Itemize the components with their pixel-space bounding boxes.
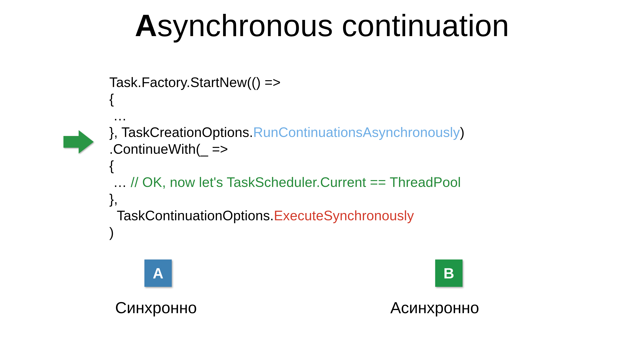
- arrow-right-icon: [64, 129, 95, 154]
- caption-synchronous: Синхронно: [115, 298, 197, 317]
- code-block: Task.Factory.StartNew(() => { … }, TaskC…: [109, 74, 464, 241]
- code-line-9a: TaskContinuationOptions.: [109, 208, 274, 223]
- code-line-4b: RunContinuationsAsynchronously: [253, 125, 460, 140]
- code-line-7b: // OK, now let's TaskScheduler.Current =…: [131, 174, 461, 190]
- badge-b-label: B: [444, 265, 454, 282]
- code-line-3: …: [109, 108, 127, 123]
- code-line-2: {: [109, 91, 114, 106]
- code-line-7a: …: [109, 174, 131, 190]
- slide-title: Asynchronous continuation: [0, 8, 644, 43]
- code-line-9b: ExecuteSynchronously: [274, 208, 414, 223]
- caption-asynchronous: Асинхронно: [390, 298, 479, 317]
- code-line-4c: ): [460, 125, 465, 140]
- badge-a-label: A: [153, 265, 164, 282]
- svg-marker-0: [64, 130, 94, 154]
- code-line-1: Task.Factory.StartNew(() =>: [109, 75, 281, 90]
- slide: Asynchronous continuation Task.Factory.S…: [0, 0, 644, 343]
- code-line-4a: }, TaskCreationOptions.: [109, 125, 253, 140]
- title-rest: synchronous continuation: [157, 8, 509, 42]
- badge-a: A: [144, 260, 172, 287]
- code-line-5: .ContinueWith(_ =>: [109, 142, 228, 157]
- badge-b: B: [435, 260, 462, 287]
- code-line-10: ): [109, 225, 114, 240]
- title-bold-char: A: [135, 8, 157, 42]
- code-line-6: {: [109, 158, 114, 173]
- code-line-8: },: [109, 192, 118, 206]
